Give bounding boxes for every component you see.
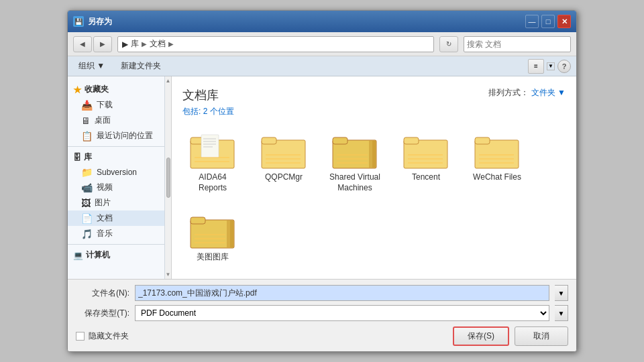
sidebar-divider-1 [68,146,164,147]
folder-icon-shared-vm [331,132,378,170]
sidebar-item-recent[interactable]: 📋 最近访问的位置 [68,128,164,143]
filename-label: 文件名(N): [76,288,129,299]
filename-row: 文件名(N): ▼ [76,285,568,301]
search-button[interactable]: 🔍 [570,36,571,52]
title-bar: 💾 另存为 — □ ✕ [68,11,576,32]
breadcrumb[interactable]: ▶ 库 ▶ 文档 ▶ [117,36,434,52]
filename-input[interactable] [135,285,549,301]
scroll-thumb[interactable] [166,158,170,198]
folder-name-meitu: 美图图库 [197,252,229,263]
content-title: 文档库 [182,87,234,103]
libraries-header[interactable]: 🗄 库 [68,149,164,165]
view-dropdown-button[interactable]: ▼ [547,62,555,70]
breadcrumb-docs[interactable]: 文档 [150,38,166,50]
svg-rect-27 [475,137,490,144]
nav-buttons: ◀ ▶ [73,36,112,52]
refresh-icon[interactable]: ↻ [439,36,458,52]
breadcrumb-lib[interactable]: 库 [131,38,139,50]
back-button[interactable]: ◀ [73,36,92,52]
filetype-row: 保存类型(T): PDF Document ▼ [76,305,568,321]
folder-item-tencent[interactable]: Tencent [396,128,456,197]
scroll-down-arrow[interactable]: ▼ [166,272,171,279]
sidebar-item-pictures[interactable]: 🖼 图片 [68,195,164,210]
folder-icon-wechat [474,132,521,170]
folder-item-meitu[interactable]: 美图图库 [182,208,243,267]
content-subtitle[interactable]: 包括: 2 个位置 [182,106,234,117]
folder-item-wechat[interactable]: WeChat Files [467,128,527,197]
sidebar-item-desktop-label: 桌面 [95,115,111,126]
title-bar-left: 💾 另存为 [73,16,112,27]
new-folder-button[interactable]: 新建文件夹 [115,59,166,73]
sidebar-item-desktop[interactable]: 🖥 桌面 [68,113,164,128]
folder-item-aida64[interactable]: AIDA64 Reports [182,128,243,197]
sidebar-item-subversion[interactable]: 📁 Subversion [68,165,164,180]
search-bar[interactable]: 🔍 [464,36,571,52]
main-area: ★ 收藏夹 📥 下载 🖥 桌面 📋 最近访问的位置 [68,76,576,279]
scroll-up-arrow[interactable]: ▲ [166,76,171,84]
svg-rect-17 [372,141,376,168]
filename-dropdown-arrow[interactable]: ▼ [555,285,568,301]
video-icon: 📹 [81,182,93,193]
sidebar-item-documents[interactable]: 📄 文档 [68,210,164,226]
hide-folders-checkbox[interactable] [76,332,85,341]
dialog-icon: 💾 [73,16,84,27]
save-dialog: 💾 另存为 — □ ✕ ◀ ▶ ▶ 库 ▶ 文档 ▶ ↻ 🔍 [67,10,577,352]
folder-name-aida64: AIDA64 Reports [186,172,239,193]
buttons-row: 隐藏文件夹 保存(S) 取消 [76,326,568,346]
download-icon: 📥 [81,100,93,111]
sidebar-item-music[interactable]: 🎵 音乐 [68,226,164,241]
save-button[interactable]: 保存(S) [453,326,509,346]
cancel-button[interactable]: 取消 [515,326,568,346]
favorites-label: 收藏夹 [85,84,109,95]
sidebar-item-recent-label: 最近访问的位置 [97,130,153,141]
view-toggle-button[interactable]: ≡ [528,59,544,74]
forward-button[interactable]: ▶ [93,36,112,52]
folders-grid: AIDA64 Reports QQPCMgr [182,128,566,267]
sidebar-item-download[interactable]: 📥 下载 [68,97,164,113]
refresh-button[interactable]: ↻ [439,36,458,52]
folder-item-qqpcmgr[interactable]: QQPCMgr [254,128,314,197]
close-button[interactable]: ✕ [557,15,571,28]
libraries-label: 库 [84,152,92,163]
bottom-area: 文件名(N): ▼ 保存类型(T): PDF Document ▼ 隐藏文件夹 … [68,279,576,351]
sidebar-scrollbar[interactable]: ▲ ▼ [165,76,172,279]
help-button[interactable]: ? [557,60,571,73]
content-title-group: 文档库 包括: 2 个位置 [182,87,234,117]
sidebar-item-video[interactable]: 📹 视频 [68,180,164,195]
pictures-icon: 🖼 [81,198,91,208]
computer-section: 💻 计算机 [68,247,164,263]
favorites-section: ★ 收藏夹 📥 下载 🖥 桌面 📋 最近访问的位置 [68,82,164,143]
folder-icon-qqpcmgr [260,132,307,170]
folder-item-shared-vm[interactable]: Shared Virtual Machines [325,128,385,197]
folder-icon-meitu [189,212,236,249]
folder-name-shared-vm: Shared Virtual Machines [329,172,381,193]
title-controls: — □ ✕ [525,15,571,28]
computer-label: 计算机 [86,249,110,261]
svg-rect-10 [262,137,276,144]
organize-button[interactable]: 组织 ▼ [73,59,110,73]
recent-icon: 📋 [81,131,93,141]
hide-folders-toggle[interactable]: 隐藏文件夹 [76,330,129,342]
favorites-header[interactable]: ★ 收藏夹 [68,82,164,97]
search-input[interactable] [464,40,570,49]
organize-label: 组织 ▼ [78,60,105,72]
svg-rect-2 [201,135,219,158]
folder-icon-aida64 [189,132,236,170]
view-controls: ≡ ▼ ? [528,59,571,74]
sidebar-item-pictures-label: 图片 [95,197,111,208]
scroll-track [166,84,170,272]
sort-controls: 排列方式： 文件夹 ▼ [488,87,566,99]
sort-value-link[interactable]: 文件夹 ▼ [531,88,566,97]
hide-folders-label: 隐藏文件夹 [89,330,129,342]
documents-icon: 📄 [81,213,93,224]
desktop-icon: 🖥 [81,115,91,126]
filetype-select[interactable]: PDF Document [135,305,549,321]
minimize-button[interactable]: — [525,15,539,28]
filetype-dropdown-arrow[interactable]: ▼ [555,305,568,321]
maximize-button[interactable]: □ [541,15,555,28]
computer-header[interactable]: 💻 计算机 [68,247,164,263]
svg-rect-32 [191,217,205,224]
breadcrumb-arrow-2: ▶ [168,40,174,48]
sort-label-text: 排列方式： [488,88,529,97]
filetype-label: 保存类型(T): [76,308,129,319]
